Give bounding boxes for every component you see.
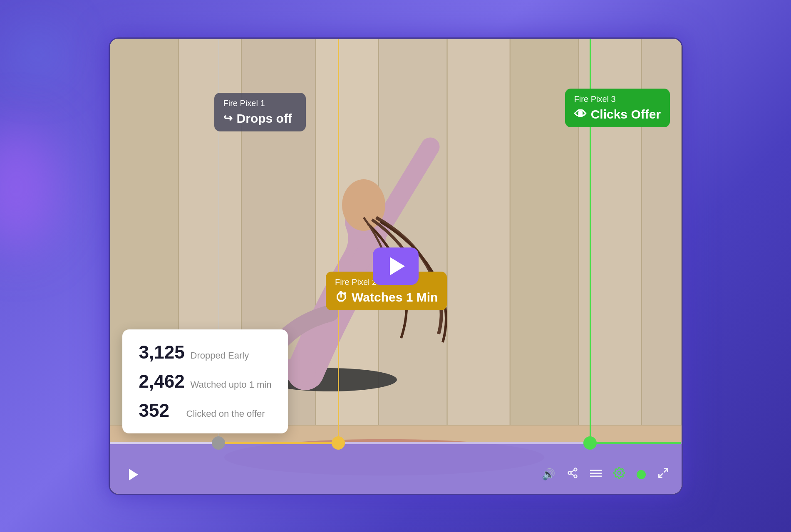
svg-rect-6 — [447, 39, 510, 426]
stats-card: 3,125 Dropped Early 2,462 Watched upto 1… — [122, 329, 288, 433]
progress-fill-rest — [338, 442, 590, 444]
stat-label-clicked: Clicked on the offer — [186, 408, 265, 419]
green-dot-indicator — [637, 470, 646, 479]
pixel3-icon: 👁 — [574, 107, 587, 121]
progress-fill-yellow — [218, 442, 339, 444]
pixel2-action: ⏱ Watches 1 Min — [335, 290, 438, 304]
stat-label-dropped: Dropped Early — [191, 350, 249, 361]
progress-fill-green — [590, 442, 682, 444]
svg-line-21 — [571, 470, 574, 473]
pixel3-title: Fire Pixel 3 — [574, 94, 661, 104]
pixel1-badge[interactable]: Fire Pixel 1 ↪ Drops off — [214, 93, 306, 131]
svg-line-20 — [571, 474, 574, 476]
settings-icon[interactable] — [613, 467, 625, 482]
stat-row-watched: 2,462 Watched upto 1 min — [139, 371, 272, 392]
stat-number-dropped: 3,125 — [139, 342, 185, 363]
playlist-icon[interactable] — [590, 468, 602, 481]
pixel3-badge[interactable]: Fire Pixel 3 👁 Clicks Offer — [565, 89, 670, 127]
timeline-marker-pixel2 — [338, 39, 339, 442]
svg-point-25 — [617, 472, 620, 475]
marker-dot-pixel2[interactable] — [332, 436, 345, 450]
share-icon[interactable] — [567, 467, 578, 482]
progress-track[interactable] — [110, 442, 682, 444]
fullscreen-icon[interactable] — [657, 467, 669, 482]
stat-label-watched: Watched upto 1 min — [191, 379, 272, 390]
pixel1-icon: ↪ — [223, 112, 233, 125]
stat-row-dropped: 3,125 Dropped Early — [139, 342, 272, 363]
video-player: Fire Pixel 1 ↪ Drops off Fire Pixel 2 ⏱ … — [109, 37, 683, 495]
pixel1-title: Fire Pixel 1 — [223, 99, 297, 108]
controls-left — [122, 464, 143, 485]
pixel3-action: 👁 Clicks Offer — [574, 107, 661, 121]
controls-bar: 🔊 — [110, 442, 682, 494]
glow-decoration-topleft — [17, 33, 58, 75]
pixel2-icon: ⏱ — [335, 290, 347, 304]
play-button[interactable] — [122, 464, 143, 485]
play-icon — [129, 469, 138, 480]
glow-decoration-left — [0, 125, 58, 250]
marker-dot-pixel3[interactable] — [583, 436, 597, 450]
stat-row-clicked: 352 Clicked on the offer — [139, 400, 272, 421]
video-wrapper: Fire Pixel 1 ↪ Drops off Fire Pixel 2 ⏱ … — [109, 37, 683, 495]
progress-fill-gray — [110, 442, 218, 444]
play-overlay-triangle — [390, 257, 405, 275]
marker-dot-pixel1[interactable] — [212, 436, 225, 450]
controls-bottom: 🔊 — [110, 460, 682, 494]
play-overlay-button[interactable] — [373, 247, 419, 285]
volume-icon[interactable]: 🔊 — [542, 468, 555, 481]
pixel1-action: ↪ Drops off — [223, 111, 297, 126]
stat-number-clicked: 352 — [139, 400, 181, 421]
stat-number-watched: 2,462 — [139, 371, 185, 392]
controls-right: 🔊 — [542, 467, 669, 482]
